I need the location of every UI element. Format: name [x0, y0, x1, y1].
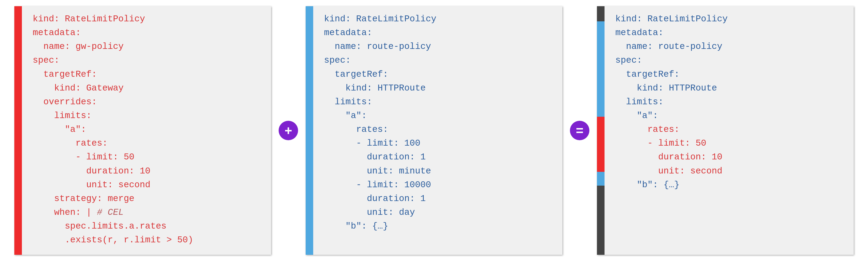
code-line: kind: RateLimitPolicy [33, 12, 193, 26]
code-line: name: route-policy [615, 40, 728, 54]
code-line: limits: [615, 95, 728, 109]
equals-operator: = [570, 121, 589, 140]
code-line: unit: second [33, 178, 193, 192]
code-line: kind: HTTPRoute [324, 81, 436, 95]
code-line: "a": [33, 123, 193, 136]
code-line: "b": {…} [615, 178, 728, 192]
code-line: metadata: [324, 26, 436, 40]
panel1-gutter [14, 6, 22, 255]
panel-gateway-policy: kind: RateLimitPolicymetadata: name: gw-… [14, 6, 271, 255]
panel2-code: kind: RateLimitPolicymetadata: name: rou… [313, 6, 444, 255]
code-line: "b": {…} [324, 219, 436, 233]
panel3-code: kind: RateLimitPolicymetadata: name: rou… [604, 6, 736, 255]
code-line: kind: Gateway [33, 81, 193, 95]
panel-route-policy: kind: RateLimitPolicymetadata: name: rou… [306, 6, 562, 255]
code-line: duration: 1 [324, 150, 436, 164]
code-line: limits: [33, 109, 193, 123]
code-line: overrides: [33, 95, 193, 109]
code-line: targetRef: [615, 68, 728, 81]
gutter-segment [597, 186, 604, 255]
code-line: "a": [615, 109, 728, 123]
code-line: - limit: 50 [615, 136, 728, 150]
code-line: spec: [324, 54, 436, 67]
code-line: rates: [324, 123, 436, 136]
code-line: - limit: 50 [33, 150, 193, 164]
plus-icon: + [284, 123, 292, 138]
gutter-segment [597, 172, 604, 186]
panel-result-policy: kind: RateLimitPolicymetadata: name: rou… [597, 6, 854, 255]
panel2-gutter [306, 6, 313, 255]
gutter-segment [597, 117, 604, 172]
code-line: strategy: merge [33, 192, 193, 206]
code-line: targetRef: [324, 68, 436, 81]
code-line: kind: HTTPRoute [615, 81, 728, 95]
gutter-segment [306, 6, 313, 255]
code-line: kind: RateLimitPolicy [324, 12, 436, 26]
code-line: rates: [615, 123, 728, 136]
code-line: unit: second [615, 164, 728, 178]
code-line: "a": [324, 109, 436, 123]
code-line: - limit: 10000 [324, 178, 436, 192]
code-line: .exists(r, r.limit > 50) [33, 233, 193, 247]
code-line: targetRef: [33, 68, 193, 81]
panel1-code: kind: RateLimitPolicymetadata: name: gw-… [22, 6, 201, 255]
code-line: unit: day [324, 206, 436, 219]
code-line: - limit: 100 [324, 136, 436, 150]
code-line: duration: 10 [33, 164, 193, 178]
code-line: spec: [33, 54, 193, 67]
code-line: unit: minute [324, 164, 436, 178]
code-line: duration: 10 [615, 150, 728, 164]
code-line: name: gw-policy [33, 40, 193, 54]
equals-icon: = [576, 123, 584, 138]
code-line: metadata: [33, 26, 193, 40]
code-line: when: | # CEL [33, 206, 193, 219]
code-line: rates: [33, 136, 193, 150]
diagram-row: kind: RateLimitPolicymetadata: name: gw-… [14, 6, 854, 255]
code-line: spec.limits.a.rates [33, 219, 193, 233]
code-line: duration: 1 [324, 192, 436, 206]
gutter-segment [597, 21, 604, 117]
code-line: metadata: [615, 26, 728, 40]
gutter-segment [597, 6, 604, 21]
code-line: name: route-policy [324, 40, 436, 54]
code-line: spec: [615, 54, 728, 67]
code-line: limits: [324, 95, 436, 109]
plus-operator: + [279, 121, 298, 140]
panel3-gutter [597, 6, 604, 255]
gutter-segment [14, 6, 22, 255]
code-line: kind: RateLimitPolicy [615, 12, 728, 26]
